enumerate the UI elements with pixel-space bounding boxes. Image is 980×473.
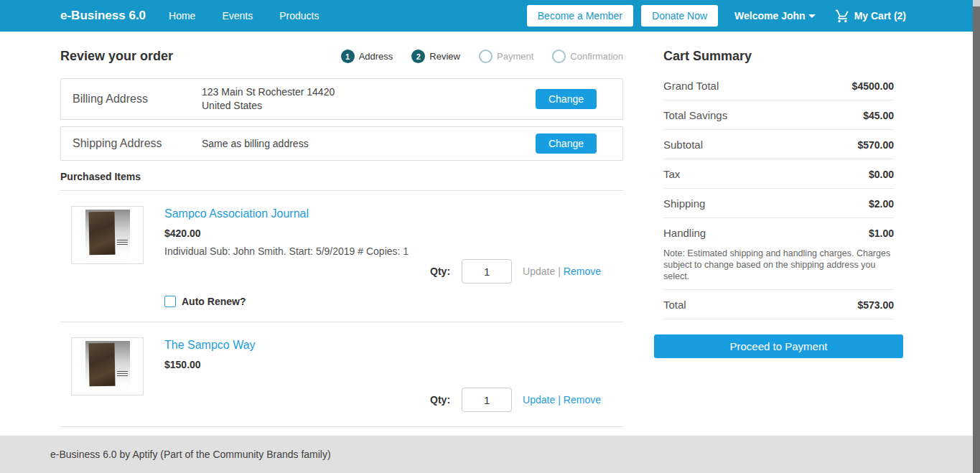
page-title: Review your order	[60, 49, 173, 64]
my-cart-button[interactable]: My Cart (2)	[835, 9, 906, 24]
step-confirmation-dot	[552, 50, 566, 63]
main-content: Review your order 1 Address 2 Review Pay…	[0, 32, 980, 451]
summary-value: $1.00	[869, 228, 894, 239]
summary-value: $4500.00	[852, 80, 894, 92]
shipping-note: Note: Estimated shipping and handling ch…	[663, 247, 894, 290]
summary-label: Shipping	[663, 197, 705, 210]
nav-item-home[interactable]: Home	[169, 10, 195, 22]
divider	[60, 426, 623, 427]
product-image-journal	[88, 212, 115, 256]
product-image	[71, 206, 144, 264]
product-image-journal	[88, 343, 115, 387]
auto-renew-checkbox[interactable]	[164, 296, 176, 307]
shipping-address-box: Shipping Address Same as billing address…	[60, 126, 623, 161]
link-separator: |	[558, 266, 561, 277]
remove-link[interactable]: Remove	[564, 394, 601, 406]
qty-input[interactable]	[462, 259, 512, 284]
cart-summary-panel: Cart Summary Grand Total $4500.00 Total …	[654, 49, 903, 451]
top-nav: e-Business 6.0 Home Events Products Beco…	[0, 0, 980, 32]
step-address: 1 Address	[341, 50, 393, 63]
shipping-change-button[interactable]: Change	[536, 134, 597, 154]
summary-label: Subtotal	[663, 139, 703, 151]
summary-value: $573.00	[857, 299, 894, 311]
nav-item-events[interactable]: Events	[222, 10, 253, 22]
qty-input[interactable]	[462, 388, 512, 412]
shipping-address-label: Shipping Address	[73, 137, 202, 150]
product-title-link[interactable]: The Sampco Way	[164, 339, 623, 352]
step-review-dot: 2	[411, 50, 425, 63]
billing-address-line1: 123 Main St Rochester 14420	[202, 85, 536, 99]
summary-row-total: Total $573.00	[663, 290, 894, 319]
product-price: $420.00	[164, 228, 623, 239]
qty-label: Qty:	[430, 266, 450, 277]
cart-summary-heading: Cart Summary	[663, 49, 903, 64]
step-confirmation: Confirmation	[552, 50, 623, 63]
step-address-dot: 1	[341, 50, 355, 63]
purchased-items-heading: Purchased Items	[60, 171, 623, 182]
summary-row-shipping: Shipping $2.00	[663, 189, 894, 218]
cart-item: Sampco Association Journal $420.00 Indiv…	[60, 191, 623, 307]
product-title-link[interactable]: Sampco Association Journal	[164, 207, 623, 220]
summary-value: $0.00	[869, 169, 894, 180]
nav-item-products[interactable]: Products	[279, 10, 319, 22]
nav-links: Home Events Products	[169, 10, 345, 22]
summary-row-grand-total: Grand Total $4500.00	[663, 71, 894, 100]
footer-text: e-Business 6.0 by Aptify (Part of the Co…	[50, 449, 331, 460]
product-price: $150.00	[164, 359, 623, 370]
update-link[interactable]: Update	[523, 394, 555, 406]
scrollbar-thumb[interactable]	[973, 6, 980, 473]
step-payment: Payment	[479, 50, 533, 63]
summary-value: $2.00	[869, 198, 894, 210]
shipping-address-value: Same as billing address	[202, 137, 536, 151]
cart-item: The Sampco Way $150.00 Qty: Update|Remov…	[60, 322, 623, 412]
step-review-label: Review	[429, 51, 460, 62]
proceed-to-payment-button[interactable]: Proceed to Payment	[654, 334, 903, 358]
step-payment-dot	[479, 50, 493, 63]
cart-icon	[835, 9, 850, 24]
summary-label: Tax	[663, 168, 680, 180]
summary-row-tax: Tax $0.00	[663, 159, 894, 189]
step-address-label: Address	[359, 51, 393, 62]
welcome-user-label: Welcome John	[734, 10, 806, 22]
order-review-column: Review your order 1 Address 2 Review Pay…	[60, 49, 623, 451]
donate-now-button[interactable]: Donate Now	[641, 5, 718, 27]
product-image	[71, 337, 144, 395]
summary-value: $570.00	[857, 139, 894, 151]
billing-address-label: Billing Address	[73, 93, 202, 106]
summary-row-total-savings: Total Savings $45.00	[663, 100, 894, 130]
product-description: Individual Sub: John Smith. Start: 5/9/2…	[164, 245, 623, 257]
billing-change-button[interactable]: Change	[536, 89, 597, 109]
page-footer: e-Business 6.0 by Aptify (Part of the Co…	[0, 436, 973, 473]
summary-label: Total	[663, 299, 686, 311]
qty-label: Qty:	[430, 394, 450, 406]
welcome-user-dropdown[interactable]: Welcome John	[734, 10, 816, 22]
step-payment-label: Payment	[497, 51, 533, 62]
product-image-caption	[117, 240, 128, 245]
auto-renew-label: Auto Renew?	[182, 296, 246, 307]
billing-address-line2: United States	[202, 99, 536, 113]
billing-address-box: Billing Address 123 Main St Rochester 14…	[60, 78, 623, 120]
summary-value: $45.00	[863, 110, 894, 121]
brand-logo[interactable]: e-Business 6.0	[60, 9, 146, 23]
product-image-caption	[117, 371, 128, 376]
summary-row-subtotal: Subtotal $570.00	[663, 130, 894, 159]
vertical-scrollbar[interactable]	[973, 0, 980, 473]
summary-label: Grand Total	[663, 80, 719, 92]
checkout-stepper: 1 Address 2 Review Payment Confirmation	[322, 50, 623, 63]
step-confirmation-label: Confirmation	[570, 51, 623, 62]
summary-label: Total Savings	[663, 109, 727, 121]
billing-address-value: 123 Main St Rochester 14420 United State…	[202, 85, 536, 113]
summary-label: Handling	[663, 227, 706, 239]
nav-right: Become a Member Donate Now Welcome John …	[527, 5, 906, 27]
remove-link[interactable]: Remove	[564, 266, 601, 277]
become-member-button[interactable]: Become a Member	[527, 5, 633, 27]
summary-row-handling: Handling $1.00	[663, 218, 894, 247]
link-separator: |	[558, 394, 561, 406]
update-link[interactable]: Update	[523, 266, 555, 277]
chevron-down-icon	[808, 14, 816, 18]
step-review: 2 Review	[411, 50, 460, 63]
my-cart-label: My Cart (2)	[854, 10, 906, 22]
